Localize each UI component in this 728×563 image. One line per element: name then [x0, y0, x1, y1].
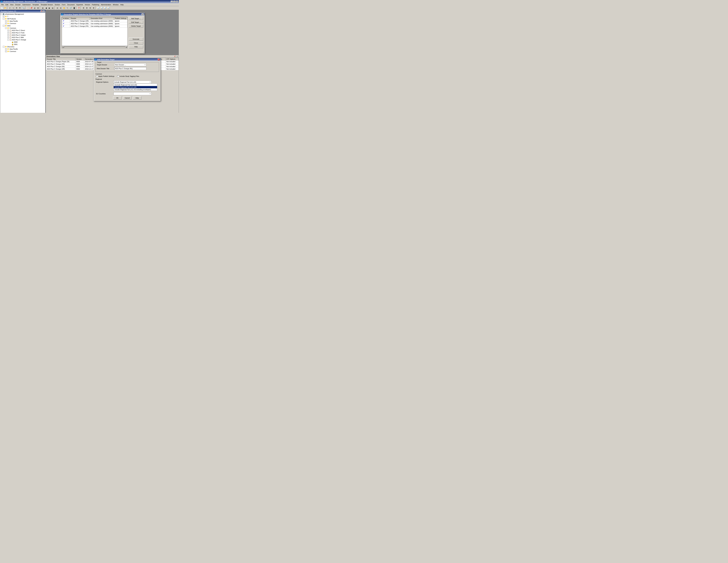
tree-expander[interactable]: +	[7, 32, 9, 34]
menu-document[interactable]: Document	[66, 3, 75, 6]
tb-end[interactable]: ⏭	[51, 6, 54, 10]
tb-phone[interactable]: 📱	[73, 6, 76, 10]
regional-options-dropdown[interactable]: Exclude Regional Part (m2-m5) Include Re…	[114, 84, 157, 91]
tree-expander[interactable]: +	[5, 23, 7, 24]
tb-t5[interactable]: 📊	[97, 6, 100, 10]
menu-form[interactable]: Form	[61, 3, 66, 6]
tb-select[interactable]: ↖	[66, 6, 69, 10]
tree-item-ass-plus-c-forte[interactable]: + 📋 ASS Plus C Forte	[0, 32, 45, 34]
menu-section[interactable]: Section	[54, 3, 61, 6]
minimize-button[interactable]: _	[171, 1, 173, 3]
tree-item-ass-plus-c-mild[interactable]: + 📋 ASS Plus C Mild	[0, 36, 45, 39]
gen-close-button[interactable]: Close	[129, 41, 143, 45]
tree-expander[interactable]: -	[5, 27, 7, 29]
tb-new[interactable]: 📄	[0, 6, 3, 10]
tb-start[interactable]: ⏮	[41, 6, 44, 10]
tb-t3[interactable]: ⚙	[89, 6, 92, 10]
tb-view1[interactable]: 👁	[15, 6, 18, 10]
tb-link[interactable]: 🔗	[69, 6, 72, 10]
tree-item-asia-pacific-1[interactable]: + 📁 Asia Pacific	[0, 20, 45, 22]
tb-t4[interactable]: ⚙	[92, 6, 95, 10]
menu-dossier[interactable]: Dossier	[14, 3, 21, 6]
maximize-button[interactable]: □	[173, 1, 176, 3]
tb-t6[interactable]: 📊	[100, 6, 103, 10]
add-target-button[interactable]: Add Target ...	[129, 17, 143, 20]
menu-template[interactable]: Template	[32, 3, 40, 6]
table-row[interactable]: ✔ ASS Plus C Orange (DE) Use existing su…	[62, 22, 127, 25]
panel-close-button[interactable]: ✕	[43, 10, 45, 12]
generate-button[interactable]: Generate	[129, 38, 143, 41]
tree-item-ass-plus-c-direct[interactable]: + 📋 ASS Plus C Direct	[0, 29, 45, 32]
gen-view-close-btn[interactable]: ✕	[176, 56, 178, 57]
tree-item-ass-plus-c-instant[interactable]: + 📋 ASS Plus C Instant	[0, 34, 45, 36]
menu-template-version[interactable]: Template Version	[40, 3, 54, 6]
tree-item-common-1[interactable]: + 📁 Common	[0, 22, 45, 25]
tree-item-asia-pacific-2[interactable]: + 📁 Asia Pacific	[0, 48, 45, 50]
tb-hand[interactable]: ✋	[62, 6, 66, 10]
gen-targets-scroll[interactable]: Is Active Dossier Generation Kind Publis…	[62, 17, 128, 46]
tree-expander[interactable]: +	[5, 51, 7, 52]
dropdown-option-include[interactable]: Include Regional Part (m1-m5)	[114, 86, 157, 88]
tb-t1[interactable]: ⚙	[82, 6, 85, 10]
menu-view[interactable]: View	[9, 3, 14, 6]
tb-q1[interactable]: ❓	[77, 6, 80, 10]
tb-grid[interactable]: ⊞	[36, 6, 40, 10]
tb-print[interactable]: 🖨	[33, 6, 36, 10]
tree-item-question[interactable]: + 📁 ?	[0, 15, 45, 18]
tb-next[interactable]: ▶	[48, 6, 51, 10]
table-row[interactable]: ✔ ASS Plus C Orange (HR) Use existing su…	[62, 20, 127, 22]
table-row[interactable]: ✔ ASS Plus C Orange (FR) Use existing su…	[62, 25, 127, 28]
tree-item-common-2[interactable]: + 📁 Common	[0, 50, 45, 53]
scroll-right-btn[interactable]: ▶	[125, 46, 127, 48]
tb-t7[interactable]: 📊	[103, 6, 106, 10]
menu-file[interactable]: File	[0, 3, 5, 6]
agt-help-button[interactable]: Help	[133, 96, 142, 100]
tree-expander[interactable]: -	[3, 25, 5, 27]
tree-expander[interactable]: -	[3, 18, 5, 20]
tree-expander[interactable]: +	[7, 34, 9, 36]
tree-item-0000[interactable]: 🔒 0000	[0, 41, 45, 43]
tree-expander[interactable]: +	[7, 30, 9, 31]
tree-expander[interactable]: +	[3, 16, 5, 17]
menu-submission[interactable]: Submission	[22, 3, 32, 6]
tree-item-all-products[interactable]: - 📁 All Products	[0, 18, 45, 20]
agt-close-button[interactable]: ✕	[158, 59, 160, 61]
regional-options-select[interactable]: Include Regional Part (m1-m5) ▼	[114, 81, 151, 84]
tb-view3[interactable]: 🔍	[22, 6, 25, 10]
agt-cancel-button[interactable]: Cancel	[123, 96, 132, 100]
menu-version[interactable]: Version	[84, 3, 91, 6]
tb-prev[interactable]: ◀	[44, 6, 48, 10]
tb-forward[interactable]: ➡	[59, 6, 62, 10]
template-tree[interactable]: - 💻 eSubmission Management + 📁 ? - 📁 All…	[0, 13, 45, 113]
menu-hyperlink[interactable]: Hyperlink	[75, 3, 84, 6]
tree-expander[interactable]: -	[3, 46, 5, 48]
gen-targets-close-button[interactable]: ✕	[142, 13, 144, 15]
apply-publish-checkbox[interactable]	[96, 75, 98, 77]
panel-pin-button[interactable]: 📌	[40, 10, 43, 12]
include-study-checkbox[interactable]	[117, 75, 119, 77]
tree-item-discovery[interactable]: - 📁 Discovery	[0, 46, 45, 48]
tree-expander[interactable]: +	[5, 20, 7, 22]
tree-expander[interactable]: +	[7, 37, 9, 38]
dropdown-option-include-envelopes[interactable]: Include Regional Part (m1-m5 including e…	[114, 88, 157, 91]
tb-redo[interactable]: ↪	[12, 6, 15, 10]
scroll-left-btn[interactable]: ◀	[62, 46, 64, 48]
tb-t2[interactable]: ⚙	[85, 6, 88, 10]
menu-window[interactable]: Window	[112, 3, 119, 6]
tree-expander[interactable]: -	[7, 39, 9, 41]
tree-expander[interactable]: +	[5, 48, 7, 50]
gen-help-button[interactable]: Help	[129, 45, 143, 48]
tree-item-ass-common[interactable]: - 📁 Common	[0, 27, 45, 29]
gen-view-pin-btn[interactable]: 📌	[174, 56, 176, 57]
tb-back[interactable]: ⬅	[56, 6, 59, 10]
menu-edit[interactable]: Edit	[5, 3, 9, 6]
tree-item-ass-plus-c-orange[interactable]: - 📋 ASS Plus C Orange	[0, 39, 45, 41]
new-dossier-title-input[interactable]	[114, 67, 146, 70]
tb-copy[interactable]: 📋	[26, 6, 30, 10]
dropdown-option-exclude[interactable]: Exclude Regional Part (m2-m5)	[114, 84, 157, 86]
tb-t8[interactable]: 📊	[107, 6, 110, 10]
delete-target-button[interactable]: Delete Target	[129, 24, 143, 28]
tree-expander[interactable]: -	[0, 13, 2, 15]
tree-item-ass[interactable]: - 📁 ASS	[0, 25, 45, 27]
eu-countries-select[interactable]: ▼	[114, 92, 151, 95]
